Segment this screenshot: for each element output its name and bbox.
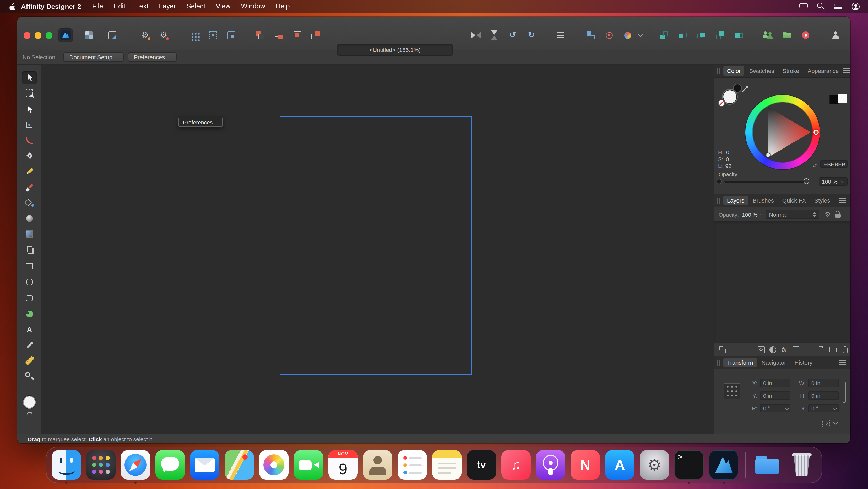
menu-item[interactable]: Select xyxy=(181,0,211,12)
measure-tool[interactable] xyxy=(23,354,36,367)
color-eyedropper-icon[interactable] xyxy=(741,86,748,93)
menu-item[interactable]: Layer xyxy=(154,0,181,12)
persona-export-icon[interactable] xyxy=(105,28,120,42)
dock-downloads-folder-icon[interactable] xyxy=(752,450,782,480)
dock-terminal-icon[interactable]: >_ xyxy=(674,450,704,480)
snapping-grid-icon[interactable] xyxy=(187,28,201,42)
account-icon[interactable] xyxy=(828,28,843,42)
apple-menu-icon[interactable] xyxy=(8,2,15,10)
node-tool[interactable] xyxy=(23,103,36,115)
dock-contacts-icon[interactable] xyxy=(363,450,392,480)
add-layer-icon[interactable] xyxy=(817,345,826,354)
menu-item[interactable]: Help xyxy=(271,0,295,12)
lock-layer-icon[interactable] xyxy=(835,211,841,218)
persona-designer-icon[interactable] xyxy=(58,28,73,42)
dock-music-icon[interactable]: ♫ xyxy=(501,450,531,480)
white-swatch[interactable] xyxy=(838,94,846,103)
quick-grab-icon[interactable] xyxy=(620,28,635,42)
insert-in-front-icon[interactable] xyxy=(272,28,286,42)
panel-drag-handle[interactable] xyxy=(717,68,720,74)
spotlight-search-icon[interactable] xyxy=(817,3,825,10)
corner-tool[interactable] xyxy=(23,134,36,146)
dock-system-settings-icon[interactable]: ⚙ xyxy=(640,450,669,480)
menu-item[interactable]: View xyxy=(211,0,236,12)
panel-tab[interactable]: Brushes xyxy=(749,196,778,205)
panel-tab[interactable]: Appearance xyxy=(804,66,843,76)
document-setup-button[interactable]: Document Setup… xyxy=(64,53,124,62)
dock-launchpad-icon[interactable] xyxy=(86,450,116,480)
menu-item[interactable]: Edit xyxy=(108,0,131,12)
color-picker-tool[interactable] xyxy=(23,339,36,351)
opacity-slider-track[interactable] xyxy=(724,181,807,182)
saturation-lightness-triangle[interactable] xyxy=(753,102,812,162)
rounded-rectangle-tool[interactable] xyxy=(23,292,36,304)
control-center-icon[interactable] xyxy=(834,3,842,9)
collaborate-people-icon[interactable] xyxy=(760,28,775,42)
dock-affinity-designer-icon[interactable] xyxy=(709,450,738,480)
hex-input[interactable]: EBEBEB xyxy=(820,160,847,168)
panel-menu-icon[interactable] xyxy=(839,360,846,365)
dock-podcasts-icon[interactable] xyxy=(536,450,565,480)
persona-pixel-icon[interactable] xyxy=(81,28,96,42)
move-tool[interactable] xyxy=(22,71,37,84)
dock-mail-icon[interactable] xyxy=(190,450,219,480)
link-dimensions-icon[interactable] xyxy=(843,382,846,403)
document-setup-icon[interactable]: ⚙ xyxy=(138,28,153,42)
transform-options-chevron-icon[interactable] xyxy=(833,420,838,425)
transform-field-input[interactable]: 0 in xyxy=(760,392,790,400)
alignment-icon[interactable] xyxy=(553,28,568,42)
flip-horizontal-icon[interactable] xyxy=(469,28,483,42)
zoom-window-button[interactable] xyxy=(45,32,53,39)
move-to-back-icon[interactable] xyxy=(656,28,671,42)
edit-all-layers-icon[interactable] xyxy=(718,345,727,354)
insert-inside-icon[interactable] xyxy=(290,28,305,42)
ellipse-tool[interactable] xyxy=(23,276,36,288)
live-filter-icon[interactable] xyxy=(791,345,800,354)
pen-tool[interactable] xyxy=(23,149,36,162)
add-group-icon[interactable] xyxy=(828,345,838,354)
rectangle-tool[interactable] xyxy=(23,260,36,272)
layer-settings-gear-icon[interactable]: ⚙ xyxy=(825,211,831,218)
mask-layer-icon[interactable] xyxy=(756,345,766,354)
snapping-candidates-icon[interactable] xyxy=(206,28,220,42)
black-swatch[interactable] xyxy=(830,95,838,104)
dock-finder-icon[interactable] xyxy=(52,450,81,480)
transform-field-input[interactable]: 0 ° xyxy=(760,404,790,412)
forward-one-icon[interactable] xyxy=(693,28,708,42)
dock-tv-icon[interactable]: tv xyxy=(467,450,496,480)
snapping-toggle-icon[interactable] xyxy=(224,28,239,42)
preferences-icon[interactable]: ⚙ xyxy=(156,28,171,42)
no-fill-swatch[interactable] xyxy=(719,100,724,106)
transform-field-input[interactable]: 0 in xyxy=(808,379,839,387)
panel-tab[interactable]: Transform xyxy=(723,358,756,367)
transform-field-input[interactable]: 0 in xyxy=(808,392,839,400)
vector-crop-tool[interactable] xyxy=(23,243,36,256)
layer-effects-fx-icon[interactable]: fx xyxy=(779,345,789,354)
opacity-slider-knob[interactable] xyxy=(804,178,809,184)
transform-options-icon[interactable] xyxy=(823,420,830,427)
swap-colors-icon[interactable] xyxy=(23,407,36,419)
transform-field-input[interactable]: 0 in xyxy=(760,379,790,387)
layers-opacity-value[interactable]: 100 % xyxy=(742,211,763,218)
transform-field-input[interactable]: 0 ° xyxy=(808,404,839,412)
menu-item[interactable]: Text xyxy=(130,0,154,12)
dock-messages-icon[interactable] xyxy=(155,450,185,480)
opacity-noise-toggle[interactable] xyxy=(716,179,722,184)
document-title-dropdown[interactable]: <Untitled> (156.1%) xyxy=(337,44,453,56)
group-icon[interactable] xyxy=(731,28,746,42)
move-to-front-icon[interactable] xyxy=(712,28,727,42)
rotate-clockwise-icon[interactable]: ↻ xyxy=(524,28,539,42)
panel-tab[interactable]: Styles xyxy=(811,196,834,205)
display-menu-extra-icon[interactable] xyxy=(799,3,808,9)
panel-drag-handle[interactable] xyxy=(717,359,720,366)
dock-news-icon[interactable]: N xyxy=(570,450,600,480)
back-one-icon[interactable] xyxy=(675,28,690,42)
dock-notes-icon[interactable] xyxy=(432,450,462,480)
panel-tab[interactable]: Navigator xyxy=(758,358,789,367)
minimize-window-button[interactable] xyxy=(35,32,41,39)
panel-tab[interactable]: Layers xyxy=(723,196,748,205)
toolbar-dropdown-chevron-icon[interactable] xyxy=(633,28,648,42)
menu-item[interactable]: Window xyxy=(236,0,271,12)
sl-marker[interactable] xyxy=(766,153,771,157)
preferences-button[interactable]: Preferences… xyxy=(128,53,177,62)
